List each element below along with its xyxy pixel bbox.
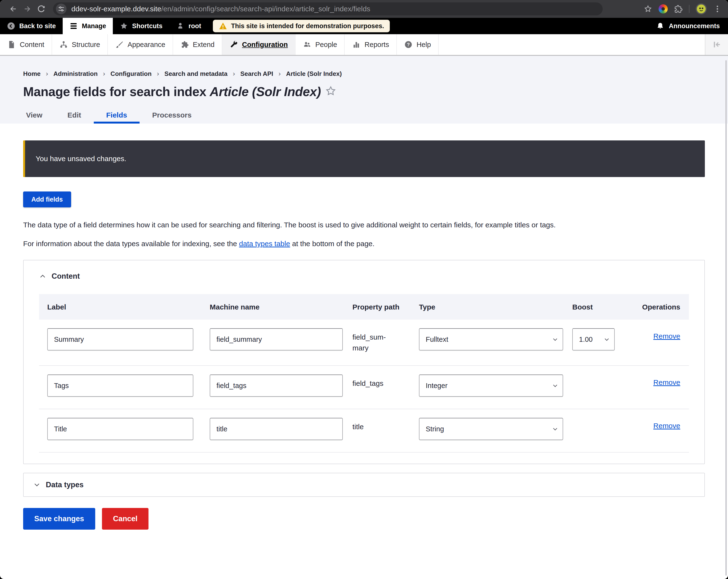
menu-item-content[interactable]: Content bbox=[0, 34, 52, 55]
menu-item-label: Reports bbox=[364, 41, 389, 49]
help-icon: ? bbox=[404, 40, 413, 49]
menu-item-extend[interactable]: Extend bbox=[173, 34, 222, 55]
profile-avatar[interactable] bbox=[696, 3, 707, 15]
browser-back-button[interactable] bbox=[6, 2, 20, 16]
machine-name-input[interactable] bbox=[210, 375, 343, 397]
browser-forward-button[interactable] bbox=[20, 2, 34, 16]
machine-name-input[interactable] bbox=[210, 418, 343, 440]
data-types-header[interactable]: Data types bbox=[33, 480, 695, 489]
cancel-button[interactable]: Cancel bbox=[102, 508, 149, 530]
menu-item-label: Configuration bbox=[242, 41, 288, 49]
data-types-table-link[interactable]: data types table bbox=[239, 240, 290, 248]
url-text: ddev-solr-example.ddev.site/en/admin/con… bbox=[71, 5, 370, 13]
breadcrumb-separator: › bbox=[233, 70, 235, 78]
boost-select[interactable]: 1.00 bbox=[572, 328, 615, 351]
extensions-puzzle-icon[interactable] bbox=[674, 5, 683, 13]
content-fields-section: Content Label Machine name Property path… bbox=[23, 260, 705, 464]
user-icon bbox=[176, 22, 185, 30]
browser-reload-button[interactable] bbox=[34, 2, 48, 16]
browser-menu-kebab-icon[interactable] bbox=[713, 5, 722, 13]
favorite-star-icon[interactable] bbox=[325, 85, 337, 100]
tab-edit[interactable]: Edit bbox=[55, 107, 94, 123]
menu-item-people[interactable]: People bbox=[295, 34, 345, 55]
column-header-label: Label bbox=[39, 294, 201, 320]
menu-item-appearance[interactable]: Appearance bbox=[108, 34, 173, 55]
breadcrumb-link[interactable]: Administration bbox=[53, 70, 98, 78]
tab-view[interactable]: View bbox=[14, 107, 55, 123]
main-content: You have unsaved changes. Add fields The… bbox=[0, 140, 728, 544]
url-host: ddev-solr-example.ddev.site bbox=[71, 5, 161, 13]
status-message-text: You have unsaved changes. bbox=[36, 155, 126, 163]
divider bbox=[689, 5, 690, 13]
breadcrumb-link[interactable]: Home bbox=[23, 70, 41, 78]
back-to-site-button[interactable]: Back to site bbox=[0, 18, 63, 34]
column-header-property-path: Property path bbox=[344, 294, 410, 320]
bookmark-star-icon[interactable] bbox=[644, 5, 652, 13]
browser-window: ddev-solr-example.ddev.site/en/admin/con… bbox=[0, 0, 728, 579]
remove-link[interactable]: Remove bbox=[653, 332, 680, 340]
data-types-legend: Data types bbox=[46, 480, 84, 489]
document-icon bbox=[7, 40, 16, 49]
label-input[interactable] bbox=[47, 418, 193, 440]
menu-item-label: People bbox=[315, 41, 337, 49]
menu-item-label: Content bbox=[20, 41, 44, 49]
user-label: root bbox=[188, 22, 201, 30]
tab-fields[interactable]: Fields bbox=[94, 107, 140, 123]
menu-item-label: Appearance bbox=[128, 41, 165, 49]
tab-label: Processors bbox=[152, 111, 191, 119]
primary-tabs: View Edit Fields Processors bbox=[14, 107, 705, 123]
breadcrumb-link[interactable]: Search API bbox=[240, 70, 273, 78]
breadcrumb-link[interactable]: Search and metadata bbox=[164, 70, 228, 78]
remove-link[interactable]: Remove bbox=[653, 378, 680, 386]
tab-processors[interactable]: Processors bbox=[139, 107, 204, 123]
collapse-left-icon bbox=[712, 40, 722, 49]
label-input[interactable] bbox=[47, 375, 193, 397]
intro-paragraph-1: The data type of a field determines how … bbox=[23, 221, 705, 229]
label-input[interactable] bbox=[47, 328, 193, 351]
menu-item-help[interactable]: ? Help bbox=[397, 34, 439, 55]
admin-menu: Content Structure Appearance Extend Conf… bbox=[0, 34, 728, 56]
wrench-icon bbox=[230, 40, 238, 49]
scrollbar[interactable] bbox=[725, 60, 727, 576]
user-menu-button[interactable]: root bbox=[169, 18, 208, 34]
save-changes-button[interactable]: Save changes bbox=[23, 508, 95, 530]
manage-button[interactable]: Manage bbox=[63, 18, 113, 34]
type-select[interactable]: String bbox=[419, 418, 563, 440]
add-fields-button[interactable]: Add fields bbox=[23, 191, 71, 208]
type-select[interactable]: Fulltext bbox=[419, 328, 563, 351]
table-row: field_sum­mary Fulltext 1.00 Remove bbox=[39, 320, 689, 366]
type-select[interactable]: Integer bbox=[419, 375, 563, 397]
browser-actions bbox=[638, 3, 722, 15]
breadcrumb-current: Article (Solr Index) bbox=[286, 70, 342, 78]
puzzle-icon bbox=[180, 40, 189, 49]
shortcuts-label: Shortcuts bbox=[132, 22, 162, 30]
toolbar-orientation-toggle[interactable] bbox=[705, 34, 728, 55]
announcements-button[interactable]: Announcements bbox=[648, 18, 728, 34]
breadcrumb-separator: › bbox=[46, 70, 48, 78]
page-title-index-name: Article (Solr Index) bbox=[210, 85, 321, 99]
unsaved-changes-message: You have unsaved changes. bbox=[23, 140, 705, 177]
chevron-down-icon bbox=[33, 481, 41, 489]
menu-item-configuration[interactable]: Configuration bbox=[222, 34, 295, 55]
intro-paragraph-2: For information about the data types ava… bbox=[23, 240, 705, 248]
site-settings-icon[interactable] bbox=[56, 4, 67, 14]
breadcrumb-link[interactable]: Configuration bbox=[110, 70, 151, 78]
breadcrumb: Home › Administration › Configuration › … bbox=[23, 70, 705, 78]
menu-item-structure[interactable]: Structure bbox=[52, 34, 108, 55]
machine-name-input[interactable] bbox=[210, 328, 343, 351]
content-section-header[interactable]: Content bbox=[39, 272, 689, 281]
bar-chart-icon bbox=[352, 40, 361, 49]
shortcuts-button[interactable]: Shortcuts bbox=[113, 18, 169, 34]
menu-item-label: Extend bbox=[193, 41, 214, 49]
manage-label: Manage bbox=[82, 22, 106, 30]
remove-link[interactable]: Remove bbox=[653, 422, 680, 430]
tab-label: View bbox=[26, 111, 43, 119]
bell-icon bbox=[656, 22, 665, 30]
page-header: Home › Administration › Configuration › … bbox=[0, 56, 728, 123]
menu-item-reports[interactable]: Reports bbox=[345, 34, 397, 55]
color-wheel-extension-icon[interactable] bbox=[658, 4, 668, 13]
address-bar[interactable]: ddev-solr-example.ddev.site/en/admin/con… bbox=[53, 2, 603, 16]
tab-label: Fields bbox=[106, 111, 127, 119]
menu-item-label: Help bbox=[417, 41, 431, 49]
content-section-legend: Content bbox=[52, 272, 80, 281]
